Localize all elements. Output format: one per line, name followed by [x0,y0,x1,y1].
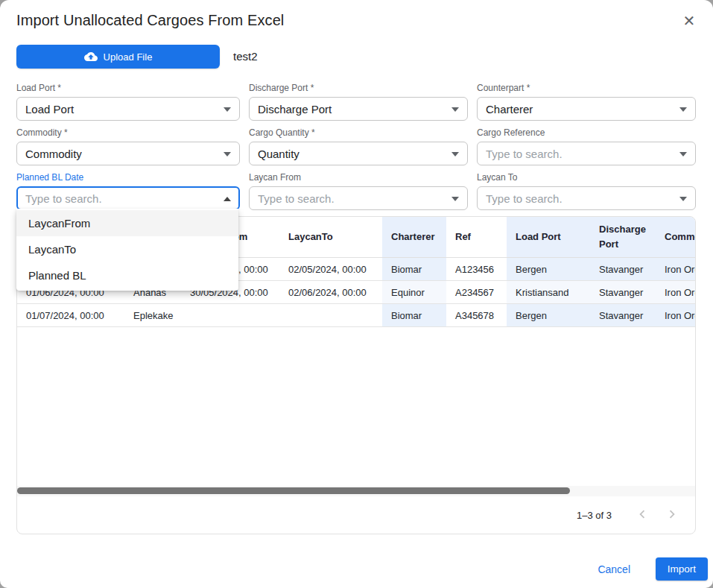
table-cell: Iron Ore [659,281,696,304]
table-cell: A123456 [446,258,507,281]
previous-page-button[interactable] [633,505,652,525]
table-row: 01/07/2024, 00:00 Eplekake Biomar A34567… [17,304,696,327]
load-port-select[interactable] [16,97,240,121]
column-header-commodity: Commodity [659,217,696,258]
field-load-port: Load Port * [16,83,240,121]
table-cell: Biomar [382,304,446,327]
chevron-right-icon [664,506,680,522]
field-label: Laycan From [249,173,468,183]
table-cell [279,304,382,327]
chevron-down-icon [451,197,459,201]
pagination-range-label: 1–3 of 3 [577,510,612,521]
import-cargoes-dialog: Import Unallocated Cargoes From Excel ✕ … [0,0,713,588]
field-label: Counterpart * [477,83,696,93]
mapping-form: Load Port * Discharge Port * Counterpart… [16,83,696,211]
planned-bl-date-select[interactable] [16,186,240,210]
upload-file-label: Upload File [104,51,153,63]
field-label: Discharge Port * [249,83,468,93]
cancel-button[interactable]: Cancel [590,559,638,580]
field-label: Laycan To [477,173,696,183]
table-paginator: 1–3 of 3 [17,496,695,534]
upload-file-button[interactable]: Upload File [16,45,220,69]
close-icon[interactable]: ✕ [679,10,700,31]
field-planned-bl-date: Planned BL Date [16,173,240,211]
table-cell: 02/05/2024, 00:00 [279,258,382,281]
laycan-from-select[interactable] [249,186,468,210]
laycan-to-select[interactable] [477,186,696,210]
column-header-laycanto: LaycanTo [279,217,382,258]
field-laycan-from: Laycan From [249,173,468,211]
field-laycan-to: Laycan To [477,173,696,211]
cloud-upload-icon [84,50,98,63]
field-label: Cargo Reference [477,128,696,138]
field-counterpart: Counterpart * [477,83,696,121]
next-page-button[interactable] [662,505,682,525]
table-cell: 01/07/2024, 00:00 [17,304,124,327]
chevron-down-icon [679,152,687,157]
table-cell: Eplekake [124,304,181,327]
field-label: Planned BL Date [16,173,240,183]
chevron-down-icon [451,107,459,112]
horizontal-scrollbar-thumb[interactable] [17,487,570,494]
table-cell: Iron Ore [659,258,696,281]
field-cargo-reference: Cargo Reference [477,128,696,166]
table-cell-laycanto-warning: 02/06/2024, 00:00 [279,281,382,304]
planned-bl-date-dropdown: LaycanFrom LaycanTo Planned BL [16,209,238,291]
table-cell: Bergen [507,258,590,281]
horizontal-scrollbar-track[interactable] [17,485,695,496]
counterpart-select[interactable] [477,97,696,121]
chevron-down-icon [679,197,687,201]
chevron-down-icon [224,107,231,112]
chevron-down-icon [224,152,231,157]
dropdown-option-laycanto[interactable]: LaycanTo [16,236,238,262]
column-header-load-port: Load Port [507,217,590,258]
table-cell: Iron Ore [659,304,696,327]
chevron-up-icon [224,197,231,201]
table-cell: A234567 [446,281,507,304]
chevron-down-icon [679,107,687,112]
dropdown-option-laycanfrom[interactable]: LaycanFrom [16,210,238,236]
field-label: Cargo Quantity * [249,128,468,138]
table-cell: Bergen [507,304,590,327]
table-cell: A345678 [446,304,507,327]
column-header-charterer: Charterer [382,217,446,258]
table-cell [181,304,279,327]
table-cell: Biomar [382,258,446,281]
dropdown-option-planned-bl[interactable]: Planned BL [16,262,238,288]
table-cell: Stavanger [590,304,659,327]
chevron-down-icon [451,152,459,157]
chevron-left-icon [634,506,650,522]
table-cell: Equinor [382,281,446,304]
table-cell: Stavanger [590,258,659,281]
field-label: Load Port * [16,83,240,93]
cargo-reference-select[interactable] [477,142,696,165]
dialog-title: Import Unallocated Cargoes From Excel [16,12,284,29]
dialog-footer: Cancel Import [590,557,708,581]
discharge-port-select[interactable] [249,97,468,121]
commodity-select[interactable] [16,142,240,165]
column-header-ref: Ref [446,217,507,258]
field-discharge-port: Discharge Port * [249,83,468,121]
field-cargo-quantity: Cargo Quantity * [249,128,468,166]
field-commodity: Commodity * [16,128,240,166]
table-cell: Stavanger [590,281,659,304]
import-button[interactable]: Import [656,557,708,581]
uploaded-file-name: test2 [233,50,258,63]
column-header-discharge-port: Discharge Port [590,217,659,258]
field-label: Commodity * [16,128,240,138]
cargo-quantity-select[interactable] [249,142,468,165]
table-cell: Kristiansand [507,281,590,304]
